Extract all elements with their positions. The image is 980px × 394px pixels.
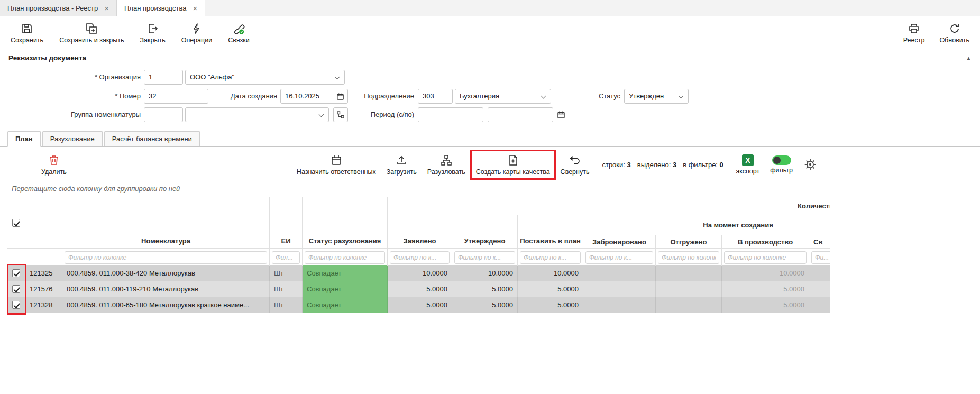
filter-to-plan-input[interactable]: [520, 251, 581, 264]
save-and-close-button[interactable]: Сохранить и закрыть: [59, 22, 124, 44]
header-explode-status[interactable]: Статус разузлования: [303, 197, 388, 249]
filter-ei-input[interactable]: [272, 251, 300, 264]
status-label: Статус: [574, 89, 620, 104]
header-to-plan[interactable]: Поставить в план: [518, 215, 583, 249]
header-last-column[interactable]: Св: [809, 235, 830, 249]
load-button[interactable]: Загрузить: [387, 154, 417, 176]
creation-date-field[interactable]: 16.10.2025: [280, 89, 348, 104]
row-checkbox[interactable]: [12, 301, 20, 309]
nomenclature-tree-button[interactable]: [333, 107, 348, 122]
toggle-on-icon[interactable]: [772, 155, 791, 165]
nomenclature-group-select[interactable]: [185, 107, 329, 122]
nomenclature-group-code-field[interactable]: [144, 107, 183, 122]
number-label: * Номер: [0, 89, 141, 104]
grid-header: Номенклатура ЕИ Статус разузлования Коли…: [7, 197, 830, 265]
filter-nomenclature-input[interactable]: [65, 251, 267, 264]
department-code-field[interactable]: 303: [418, 89, 453, 104]
refresh-button[interactable]: Обновить: [939, 22, 969, 44]
chevron-down-icon: [319, 112, 324, 117]
header-reserved[interactable]: Забронировано: [583, 235, 656, 249]
cell-nomenclature: 000.4859. 011.000-38-420 Металлорукав: [62, 265, 270, 281]
header-group-at-creation: На момент создания: [583, 215, 830, 235]
organization-code-field[interactable]: 1: [144, 70, 183, 85]
filter-status-cell: [303, 249, 388, 266]
save-and-close-label: Сохранить и закрыть: [59, 36, 124, 44]
cell-explode-status: Совпадает: [303, 297, 388, 313]
save-label: Сохранить: [11, 36, 43, 44]
registry-button[interactable]: Реестр: [903, 22, 925, 44]
department-select[interactable]: Бухгалтерия: [455, 89, 551, 104]
export-button[interactable]: X экспорт: [736, 154, 759, 175]
cell-id: 121325: [25, 265, 62, 281]
header-in-production[interactable]: В производство: [722, 235, 809, 249]
links-button[interactable]: Связки: [228, 22, 249, 44]
delete-button[interactable]: Удалить: [41, 154, 67, 176]
filter-reserved-input[interactable]: [585, 251, 653, 264]
cell-in-production: 10.0000: [722, 265, 809, 281]
filter-in-production-cell: [722, 249, 809, 266]
tab-explode[interactable]: Разузлование: [42, 131, 103, 146]
save-button[interactable]: Сохранить: [11, 22, 43, 44]
cell-to-plan: 5.0000: [518, 281, 583, 297]
explode-button[interactable]: Разузловать: [427, 154, 465, 176]
filter-label: фильтр: [770, 167, 793, 174]
cell-ei: Шт: [270, 281, 303, 297]
close-icon[interactable]: ×: [104, 4, 109, 12]
header-declared[interactable]: Заявлено: [388, 215, 452, 249]
header-shipped[interactable]: Отгружено: [656, 235, 722, 249]
status-select[interactable]: Утвержден: [624, 89, 689, 104]
filter-toggle-button[interactable]: фильтр: [770, 155, 793, 174]
section-title: Реквизиты документа: [8, 54, 86, 62]
header-ei[interactable]: ЕИ: [270, 197, 303, 249]
create-quality-cards-button[interactable]: Создать карты качества: [476, 154, 550, 176]
cell-explode-status: Совпадает: [303, 281, 388, 297]
row-checkbox[interactable]: [12, 285, 20, 293]
row-checkbox[interactable]: [12, 269, 20, 277]
window-tab-plan[interactable]: План производства ×: [117, 0, 205, 16]
filter-in-production-input[interactable]: [724, 251, 807, 264]
operations-button[interactable]: Операции: [181, 22, 212, 44]
cell-reserved: [583, 297, 656, 313]
close-icon[interactable]: ×: [193, 4, 197, 12]
header-approved[interactable]: Утверждено: [452, 215, 518, 249]
select-all-checkbox[interactable]: [12, 219, 20, 227]
period-calendar-icon[interactable]: [557, 111, 565, 119]
grid-settings-button[interactable]: [803, 158, 817, 171]
cell-last: [809, 265, 830, 281]
filter-status-input[interactable]: [305, 251, 385, 264]
collapse-section-icon[interactable]: ▲: [966, 55, 972, 61]
organization-select[interactable]: ООО "Альфа": [185, 70, 345, 85]
close-button[interactable]: Закрыть: [140, 22, 166, 44]
number-field[interactable]: 32: [144, 89, 208, 104]
tab-time-balance[interactable]: Расчёт баланса времени: [104, 131, 200, 146]
window-tab-registry[interactable]: План производства - Реестр ×: [0, 0, 117, 16]
collapse-button[interactable]: Свернуть: [561, 154, 590, 176]
chevron-down-icon: [679, 94, 684, 99]
cell-last: [809, 297, 830, 313]
excel-icon: X: [742, 154, 754, 166]
period-from-field[interactable]: [418, 107, 483, 122]
table-row[interactable]: 121328 000.4859. 011.000-65-180 Металлор…: [7, 297, 830, 313]
filter-last-input[interactable]: [811, 251, 830, 264]
cell-reserved: [583, 281, 656, 297]
filter-declared-input[interactable]: [390, 251, 450, 264]
tab-plan[interactable]: План: [7, 131, 41, 147]
header-nomenclature[interactable]: Номенклатура: [62, 197, 270, 249]
table-row[interactable]: 121325 000.4859. 011.000-38-420 Металлор…: [7, 265, 830, 281]
cell-to-plan: 5.0000: [518, 297, 583, 313]
document-section-header: Реквизиты документа ▲: [0, 50, 980, 66]
cell-approved: 5.0000: [452, 297, 518, 313]
department-label: Подразделение: [338, 89, 414, 104]
filter-approved-input[interactable]: [454, 251, 515, 264]
assign-responsible-button[interactable]: Назначить ответственных: [297, 154, 376, 176]
organization-label: * Организация: [0, 70, 141, 85]
group-panel[interactable]: Перетащите сюда колонку для группировки …: [7, 182, 830, 197]
window-tab-label: План производства: [124, 4, 186, 12]
period-to-field[interactable]: [488, 107, 553, 122]
table-row[interactable]: 121576 000.4859. 011.000-119-210 Металло…: [7, 281, 830, 297]
creation-date-label: Дата создания: [204, 89, 277, 104]
gear-icon: [803, 158, 817, 171]
filter-ei-cell: [270, 249, 303, 266]
window-tabbar: План производства - Реестр × План произв…: [0, 0, 980, 16]
filter-shipped-input[interactable]: [658, 251, 719, 264]
